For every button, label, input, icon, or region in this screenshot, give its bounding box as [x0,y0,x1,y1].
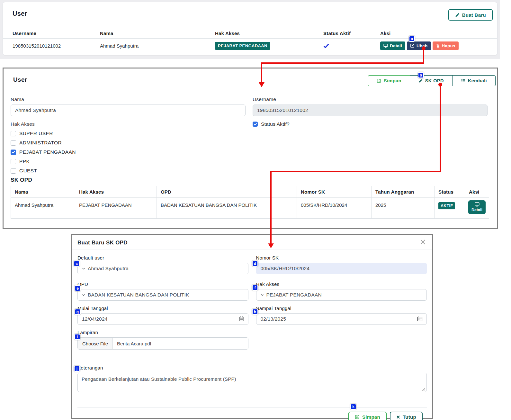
simpan-button[interactable]: Simpan [368,75,410,86]
file-name: Berita Acara.pdf [113,338,156,349]
annotation-k: k [350,404,356,410]
page-title: User [13,10,27,17]
sk-detail-button[interactable]: Detail [468,200,486,214]
ubah-button[interactable]: Ubah [407,41,431,50]
lampiran-group: Lampiran Choose File Berita Acara.pdf [77,330,248,350]
annotation-c: c [74,260,80,267]
opd-group: OPD BADAN KESATUAN BANGSA DAN POLITIK [77,281,248,301]
cell-username: 198503152010121002 [13,43,100,49]
status-check-icon [323,43,329,49]
detail-button[interactable]: Detail [380,41,405,50]
sk-table-header: Nama Hak Akses OPD Nomor SK Tahun Anggar… [11,186,489,198]
annotation-i: i [74,334,80,340]
annotation-d: d [252,260,258,267]
lampiran-label: Lampiran [77,330,248,335]
nomor-sk-label: Nomor SK [256,255,427,260]
sk-cell-nama: Ahmad Syahputra [11,198,75,219]
checkbox-administrator[interactable] [11,140,16,146]
default-user-label: Default user [77,255,248,260]
status-aktif-group[interactable]: Status Aktif? [253,121,488,127]
lampiran-file-input[interactable]: Choose File Berita Acara.pdf [77,337,248,350]
opd-select[interactable]: BADAN KESATUAN BANGSA DAN POLITIK [77,289,248,301]
col-nama: Nama [100,31,215,36]
sk-opd-table: Nama Hak Akses OPD Nomor SK Tahun Anggar… [11,186,489,219]
username-field-group: Username [253,96,488,116]
nama-label: Nama [11,96,246,102]
sk-opd-button[interactable]: SK OPD [410,75,453,86]
checkbox-guest[interactable] [11,168,16,174]
keterangan-textarea[interactable] [77,373,427,392]
status-aktif-checkbox[interactable] [253,122,258,127]
sk-col-tahun: Tahun Anggaran [372,186,435,198]
checkbox-pejabat-pengadaan[interactable] [11,150,16,155]
role-option-guest[interactable]: GUEST [11,168,246,174]
cell-nama: Ahmad Syahputra [100,43,215,49]
sk-col-nomor-sk: Nomor SK [297,186,372,198]
arrow2-segment [440,85,441,172]
annotation-b: b [418,72,424,78]
buat-baru-button[interactable]: Buat Baru [448,9,493,21]
edit-icon [410,43,415,48]
sampai-tanggal-group: Sampai Tanggal [256,306,427,325]
kembali-button[interactable]: Kembali [452,75,496,86]
arrow1-head [259,82,264,87]
hak-akses-select[interactable]: PEJABAT PENGADAAN [256,289,427,301]
arrow2-head [268,243,274,248]
screenshot-canvas: User Buat Baru Username Nama Hak Akses S… [0,0,511,420]
modal-simpan-button[interactable]: Simpan [348,412,387,420]
edit-toolbar: Simpan SK OPD Kembali [368,75,496,86]
role-option-pejabat-pengadaan[interactable]: PEJABAT PENGADAAN [11,149,246,155]
user-table-header: Username Nama Hak Akses Status Aktif Aks… [3,28,497,39]
modal-tutup-button[interactable]: Tutup [390,412,423,420]
keterangan-label: Keterangan [77,365,427,370]
hak-akses-badge: PEJABAT PENGADAAN [215,42,270,50]
username-input [253,105,488,116]
sk-cell-nomor-sk: 005/SK/HRD/10/2024 [297,198,372,219]
sk-table-row: Ahmad Syahputra PEJABAT PENGADAAN BADAN … [11,198,489,219]
arrow1-segment [261,62,262,83]
col-aksi: Aksi [380,31,497,36]
choose-file-button[interactable]: Choose File [78,338,113,349]
modal-title: Buat Baru SK OPD [77,240,128,246]
hak-akses-group: Hak Akses SUPER USER ADMINISTRATOR PEJAB… [11,121,246,174]
annotation-a: a [409,36,415,42]
mulai-tanggal-input[interactable] [77,313,248,325]
nomor-sk-group: Nomor SK [256,255,427,274]
sampai-tanggal-input[interactable] [256,313,427,325]
checkbox-ppk[interactable] [11,159,16,164]
col-status-aktif: Status Aktif [323,31,380,36]
monitor-icon [475,202,480,207]
hapus-button[interactable]: Hapus [433,41,459,50]
annotation-h: h [252,309,258,315]
sk-col-status: Status [435,186,465,198]
col-hak-akses: Hak Akses [215,31,323,36]
pencil-icon [418,79,423,83]
sampai-tanggal-label: Sampai Tanggal [256,306,427,311]
close-icon[interactable] [419,239,426,246]
save-icon [355,415,360,419]
sk-opd-section-title: SK OPD [11,177,488,183]
role-option-super-user[interactable]: SUPER USER [11,131,246,136]
annotation-j: j [74,366,80,372]
checkbox-super-user[interactable] [11,131,16,136]
sk-col-nama: Nama [11,186,75,198]
mulai-tanggal-label: Mulai Tanggal [77,306,248,311]
default-user-select[interactable]: Ahmad Syahputra [77,263,248,274]
chevron-down-icon [82,293,85,297]
hak-akses-label: Hak Akses [11,121,246,127]
arrow2-segment [270,171,272,244]
arrow1-segment [423,48,424,64]
nama-input[interactable] [11,105,246,116]
monitor-icon [383,43,388,48]
opd-label: OPD [77,281,248,287]
nomor-sk-input[interactable] [256,263,427,274]
chevron-down-icon [82,267,85,270]
role-option-ppk[interactable]: PPK [11,159,246,164]
chevron-down-icon [260,293,264,297]
sk-cell-hak-akses: PEJABAT PENGADAAN [75,198,157,219]
save-icon [377,78,381,83]
aktif-status-badge: AKTIF [438,202,455,209]
sk-cell-opd: BADAN KESATUAN BANGSA DAN POLITIK [157,198,297,219]
modal-footer: Simpan Tutup [77,407,427,420]
role-option-administrator[interactable]: ADMINISTRATOR [11,140,246,146]
